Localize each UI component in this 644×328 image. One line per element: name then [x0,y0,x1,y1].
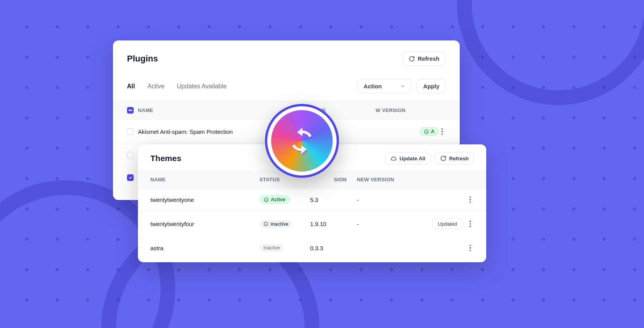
status-badge: inactive [259,244,284,252]
status-text: Active [271,197,286,202]
select-all-checkbox[interactable] [127,107,134,114]
status-text: A [431,129,434,134]
update-all-label: Update All [399,156,425,161]
refresh-button[interactable]: Refresh [402,51,446,66]
apply-button[interactable]: Apply [417,79,446,93]
status-text: inactive [270,221,289,227]
status-badge: inactive [259,220,293,228]
refresh-label: Refresh [418,55,439,62]
tab-all[interactable]: All [127,83,135,90]
themes-title: Themes [150,154,181,163]
tab-active[interactable]: Active [147,83,164,90]
row-menu-button[interactable] [467,221,474,227]
refresh-icon [409,56,415,62]
theme-row: astra inactive 0.3.3 [138,237,486,259]
tab-updates-available[interactable]: Updates Available [177,83,227,90]
plugins-tabs: All Active Updates Available [127,83,227,90]
status-text: inactive [263,245,280,251]
row-menu-button[interactable] [467,245,474,251]
sync-arrows-icon [287,126,317,156]
theme-name: twentytwentyfour [150,221,259,227]
cloud-icon [390,155,397,161]
sync-hero-icon [265,104,339,178]
theme-row: twentytwentyfour inactive 1.9.10 - Updat… [138,211,486,237]
row-checkbox[interactable] [127,128,134,135]
theme-version: 5.3 [310,196,357,203]
chevron-down-icon [400,83,406,89]
refresh-button[interactable]: Refresh [435,152,474,165]
status-badge: Active [259,195,290,204]
info-icon [424,129,429,134]
theme-row: twentytwentyone Active 5.3 - [138,188,486,211]
theme-new-version: - [357,221,415,227]
row-menu-button[interactable] [467,196,474,203]
theme-version: 0.3.3 [310,245,357,251]
refresh-label: Refresh [449,156,469,161]
info-icon [263,221,268,226]
bulk-action-select[interactable]: Action [358,79,411,93]
plugins-title: Plugins [127,54,158,64]
apply-label: Apply [423,83,439,89]
row-checkbox[interactable] [127,152,134,158]
col-name: NAME [150,177,259,182]
theme-new-version: - [357,196,415,203]
theme-name: twentytwentyone [150,196,259,203]
updated-badge: Updated [433,218,462,230]
col-new-version: W VERSION [376,107,446,113]
refresh-icon [440,155,446,161]
row-checkbox[interactable] [127,174,134,181]
row-menu-button[interactable] [439,128,446,135]
info-icon [264,197,269,202]
col-version: SION [310,177,357,182]
theme-name: astra [150,245,259,251]
col-new-version: NEW VERSION [357,177,415,182]
theme-version: 1.9.10 [310,221,357,227]
status-badge: A [420,127,439,136]
update-all-button[interactable]: Update All [385,152,430,165]
select-label: Action [363,83,382,89]
